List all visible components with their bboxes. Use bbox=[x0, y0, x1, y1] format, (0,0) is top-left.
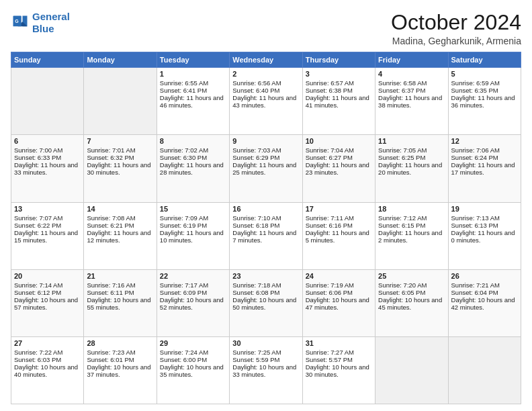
calendar-cell: 12Sunrise: 7:06 AMSunset: 6:24 PMDayligh… bbox=[448, 135, 521, 202]
day-info: Sunrise: 7:24 AM bbox=[160, 349, 226, 356]
calendar-cell: 22Sunrise: 7:17 AMSunset: 6:09 PMDayligh… bbox=[157, 269, 229, 336]
day-info: Sunset: 6:32 PM bbox=[87, 154, 153, 161]
calendar-day-header: Wednesday bbox=[230, 52, 302, 68]
day-info: Daylight: 11 hours and 12 minutes. bbox=[87, 229, 153, 244]
day-info: Sunrise: 7:20 AM bbox=[378, 281, 445, 289]
day-info: Daylight: 11 hours and 20 minutes. bbox=[378, 161, 445, 176]
day-info: Daylight: 11 hours and 10 minutes. bbox=[160, 229, 226, 244]
calendar-week-row: 1Sunrise: 6:55 AMSunset: 6:41 PMDaylight… bbox=[11, 68, 521, 135]
day-info: Sunset: 6:29 PM bbox=[232, 154, 299, 161]
day-info: Daylight: 11 hours and 36 minutes. bbox=[451, 94, 518, 109]
day-info: Sunset: 5:57 PM bbox=[306, 356, 372, 363]
day-info: Sunset: 6:21 PM bbox=[87, 222, 153, 229]
calendar-cell: 1Sunrise: 6:55 AMSunset: 6:41 PMDaylight… bbox=[157, 68, 229, 135]
day-number: 4 bbox=[378, 70, 445, 78]
day-info: Daylight: 11 hours and 0 minutes. bbox=[451, 229, 518, 244]
day-info: Sunrise: 7:00 AM bbox=[14, 146, 81, 154]
day-info: Sunset: 6:12 PM bbox=[14, 289, 81, 296]
calendar-cell: 17Sunrise: 7:11 AMSunset: 6:16 PMDayligh… bbox=[302, 202, 375, 269]
day-info: Daylight: 10 hours and 42 minutes. bbox=[451, 296, 518, 311]
day-number: 12 bbox=[451, 137, 518, 145]
day-number: 18 bbox=[378, 205, 445, 213]
day-info: Sunset: 6:38 PM bbox=[306, 87, 372, 94]
calendar-day-header: Tuesday bbox=[157, 52, 229, 68]
day-number: 5 bbox=[451, 70, 518, 78]
calendar-cell: 23Sunrise: 7:18 AMSunset: 6:08 PMDayligh… bbox=[230, 269, 302, 336]
day-info: Sunrise: 6:57 AM bbox=[306, 79, 372, 87]
day-info: Sunset: 6:18 PM bbox=[232, 222, 299, 229]
calendar-day-header: Saturday bbox=[448, 52, 521, 68]
day-info: Sunrise: 7:04 AM bbox=[306, 146, 372, 154]
day-info: Daylight: 10 hours and 37 minutes. bbox=[87, 363, 153, 378]
day-info: Daylight: 11 hours and 33 minutes. bbox=[14, 161, 81, 176]
day-number: 16 bbox=[232, 205, 299, 213]
day-info: Sunset: 6:15 PM bbox=[378, 222, 445, 229]
day-info: Daylight: 10 hours and 57 minutes. bbox=[14, 296, 81, 311]
calendar-cell: 2Sunrise: 6:56 AMSunset: 6:40 PMDaylight… bbox=[230, 68, 302, 135]
logo-icon: G bbox=[11, 13, 30, 32]
day-number: 2 bbox=[232, 70, 299, 78]
day-info: Sunset: 6:16 PM bbox=[306, 222, 372, 229]
calendar-cell: 31Sunrise: 7:27 AMSunset: 5:57 PMDayligh… bbox=[302, 336, 375, 404]
day-info: Daylight: 11 hours and 15 minutes. bbox=[14, 229, 81, 244]
calendar-cell: 13Sunrise: 7:07 AMSunset: 6:22 PMDayligh… bbox=[11, 202, 84, 269]
day-number: 28 bbox=[87, 339, 153, 347]
day-number: 17 bbox=[306, 205, 372, 213]
calendar-cell: 26Sunrise: 7:21 AMSunset: 6:04 PMDayligh… bbox=[448, 269, 521, 336]
calendar-cell: 7Sunrise: 7:01 AMSunset: 6:32 PMDaylight… bbox=[84, 135, 157, 202]
day-info: Sunset: 6:22 PM bbox=[14, 222, 81, 229]
day-info: Sunset: 6:04 PM bbox=[451, 289, 518, 296]
day-info: Sunset: 6:06 PM bbox=[306, 289, 372, 296]
calendar-cell: 24Sunrise: 7:19 AMSunset: 6:06 PMDayligh… bbox=[302, 269, 375, 336]
day-info: Sunset: 6:35 PM bbox=[451, 87, 518, 94]
day-info: Sunset: 6:03 PM bbox=[14, 356, 81, 363]
day-number: 22 bbox=[160, 272, 226, 280]
calendar-cell: 11Sunrise: 7:05 AMSunset: 6:25 PMDayligh… bbox=[375, 135, 448, 202]
day-number: 24 bbox=[306, 272, 372, 280]
day-info: Sunrise: 7:23 AM bbox=[87, 349, 153, 356]
day-number: 7 bbox=[87, 137, 153, 145]
day-info: Sunset: 6:27 PM bbox=[306, 154, 372, 161]
day-info: Daylight: 10 hours and 30 minutes. bbox=[306, 363, 372, 378]
day-info: Sunrise: 7:11 AM bbox=[306, 214, 372, 222]
calendar-header-row: SundayMondayTuesdayWednesdayThursdayFrid… bbox=[11, 52, 521, 68]
day-info: Daylight: 11 hours and 5 minutes. bbox=[306, 229, 372, 244]
day-info: Sunrise: 7:08 AM bbox=[87, 214, 153, 222]
day-number: 27 bbox=[14, 339, 81, 347]
day-info: Daylight: 11 hours and 7 minutes. bbox=[232, 229, 299, 244]
day-info: Sunset: 6:05 PM bbox=[378, 289, 445, 296]
day-info: Daylight: 11 hours and 17 minutes. bbox=[451, 161, 518, 176]
day-info: Sunset: 6:11 PM bbox=[87, 289, 153, 296]
day-info: Sunset: 6:33 PM bbox=[14, 154, 81, 161]
calendar-cell: 16Sunrise: 7:10 AMSunset: 6:18 PMDayligh… bbox=[230, 202, 302, 269]
day-number: 25 bbox=[378, 272, 445, 280]
day-info: Sunrise: 7:25 AM bbox=[232, 349, 299, 356]
calendar-cell: 8Sunrise: 7:02 AMSunset: 6:30 PMDaylight… bbox=[157, 135, 229, 202]
calendar-cell: 27Sunrise: 7:22 AMSunset: 6:03 PMDayligh… bbox=[11, 336, 84, 404]
calendar-cell: 14Sunrise: 7:08 AMSunset: 6:21 PMDayligh… bbox=[84, 202, 157, 269]
header: G General Blue October 2024 Madina, Gegh… bbox=[11, 11, 521, 46]
day-number: 15 bbox=[160, 205, 226, 213]
day-info: Sunrise: 7:13 AM bbox=[451, 214, 518, 222]
day-info: Sunrise: 6:56 AM bbox=[232, 79, 299, 87]
day-info: Daylight: 10 hours and 50 minutes. bbox=[232, 296, 299, 311]
location-title: Madina, Gegharkunik, Armenia bbox=[391, 36, 521, 46]
calendar-cell: 15Sunrise: 7:09 AMSunset: 6:19 PMDayligh… bbox=[157, 202, 229, 269]
day-info: Sunrise: 7:12 AM bbox=[378, 214, 445, 222]
day-info: Sunrise: 7:22 AM bbox=[14, 349, 81, 356]
calendar-cell: 28Sunrise: 7:23 AMSunset: 6:01 PMDayligh… bbox=[84, 336, 157, 404]
day-number: 13 bbox=[14, 205, 81, 213]
calendar-cell bbox=[448, 336, 521, 404]
day-info: Daylight: 11 hours and 41 minutes. bbox=[306, 94, 372, 109]
svg-text:G: G bbox=[15, 19, 19, 24]
day-info: Sunset: 6:25 PM bbox=[378, 154, 445, 161]
day-info: Sunrise: 7:01 AM bbox=[87, 146, 153, 154]
day-info: Sunrise: 6:55 AM bbox=[160, 79, 226, 87]
calendar-week-row: 13Sunrise: 7:07 AMSunset: 6:22 PMDayligh… bbox=[11, 202, 521, 269]
calendar-cell: 10Sunrise: 7:04 AMSunset: 6:27 PMDayligh… bbox=[302, 135, 375, 202]
day-info: Daylight: 10 hours and 55 minutes. bbox=[87, 296, 153, 311]
calendar-table: SundayMondayTuesdayWednesdayThursdayFrid… bbox=[11, 52, 521, 404]
day-number: 29 bbox=[160, 339, 226, 347]
day-number: 6 bbox=[14, 137, 81, 145]
calendar-day-header: Thursday bbox=[302, 52, 375, 68]
